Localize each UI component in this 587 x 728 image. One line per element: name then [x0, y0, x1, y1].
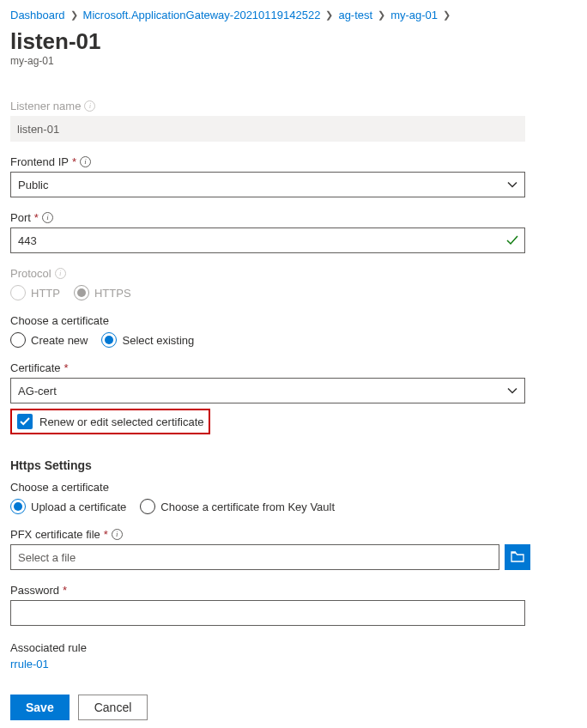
breadcrumb: Dashboard ❯ Microsoft.ApplicationGateway… — [10, 9, 577, 21]
protocol-label: Protocol i — [10, 267, 577, 280]
frontend-ip-select[interactable]: Public — [10, 172, 525, 197]
cert-radio-select-existing[interactable]: Select existing — [101, 332, 194, 348]
page-title: listen-01 — [10, 28, 577, 55]
choose-cert-label: Choose a certificate — [10, 314, 577, 327]
check-icon — [506, 235, 518, 246]
breadcrumb-item-deployment[interactable]: Microsoft.ApplicationGateway-20210119142… — [83, 9, 321, 21]
info-icon[interactable]: i — [42, 212, 53, 223]
certificate-label: Certificate * — [10, 361, 577, 374]
page-subtitle: my-ag-01 — [10, 55, 577, 67]
https-radio-upload[interactable]: Upload a certificate — [10, 499, 126, 514]
port-label: Port* i — [10, 211, 577, 224]
breadcrumb-item-my-ag-01[interactable]: my-ag-01 — [390, 9, 438, 21]
breadcrumb-item-dashboard[interactable]: Dashboard — [10, 9, 65, 21]
port-input[interactable] — [10, 228, 525, 253]
cert-radio-create-new[interactable]: Create new — [10, 332, 88, 348]
chevron-right-icon: ❯ — [70, 9, 78, 21]
https-choose-cert-label: Choose a certificate — [10, 481, 577, 494]
protocol-radio-http: HTTP — [10, 285, 60, 300]
renew-certificate-label: Renew or edit selected certificate — [39, 416, 203, 428]
associated-rule-label: Associated rule — [10, 641, 577, 654]
breadcrumb-item-ag-test[interactable]: ag-test — [338, 9, 372, 21]
browse-file-button[interactable] — [505, 544, 530, 570]
chevron-down-icon — [507, 387, 517, 394]
associated-rule-link[interactable]: rrule-01 — [10, 658, 49, 670]
password-label: Password * — [10, 584, 577, 597]
pfx-file-label: PFX certificate file * i — [10, 528, 577, 541]
https-settings-heading: Https Settings — [10, 458, 577, 472]
protocol-radio-https: HTTPS — [74, 285, 131, 300]
folder-icon — [511, 550, 524, 565]
password-input[interactable] — [10, 600, 525, 626]
chevron-right-icon: ❯ — [325, 9, 333, 21]
listener-name-label: Listener name i — [10, 100, 577, 112]
renew-certificate-checkbox[interactable] — [17, 414, 33, 429]
info-icon[interactable]: i — [112, 529, 123, 540]
save-button[interactable]: Save — [10, 695, 70, 720]
pfx-file-input[interactable]: Select a file — [10, 544, 499, 570]
listener-name-input — [10, 116, 525, 142]
info-icon[interactable]: i — [55, 268, 66, 279]
info-icon[interactable]: i — [80, 156, 91, 167]
chevron-right-icon: ❯ — [443, 9, 451, 21]
cancel-button[interactable]: Cancel — [78, 695, 148, 720]
chevron-right-icon: ❯ — [378, 9, 385, 21]
chevron-down-icon — [507, 181, 517, 188]
frontend-ip-label: Frontend IP* i — [10, 155, 577, 168]
info-icon[interactable]: i — [84, 100, 95, 112]
certificate-select[interactable]: AG-cert — [10, 378, 525, 403]
https-radio-keyvault[interactable]: Choose a certificate from Key Vault — [140, 499, 335, 514]
renew-certificate-highlight: Renew or edit selected certificate — [10, 409, 210, 434]
